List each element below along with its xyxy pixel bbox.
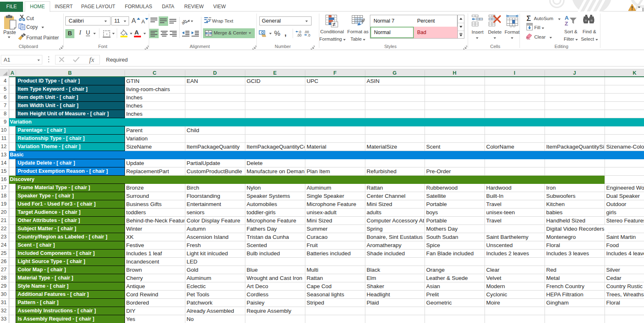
svg-text:fx: fx bbox=[89, 56, 95, 64]
svg-text:Z: Z bbox=[565, 21, 568, 26]
svg-text:.00: .00 bbox=[297, 33, 302, 37]
svg-text:A: A bbox=[565, 15, 569, 21]
svg-text:.0: .0 bbox=[307, 33, 310, 37]
svg-text:ab: ab bbox=[182, 18, 187, 25]
svg-text:≠: ≠ bbox=[332, 21, 336, 27]
